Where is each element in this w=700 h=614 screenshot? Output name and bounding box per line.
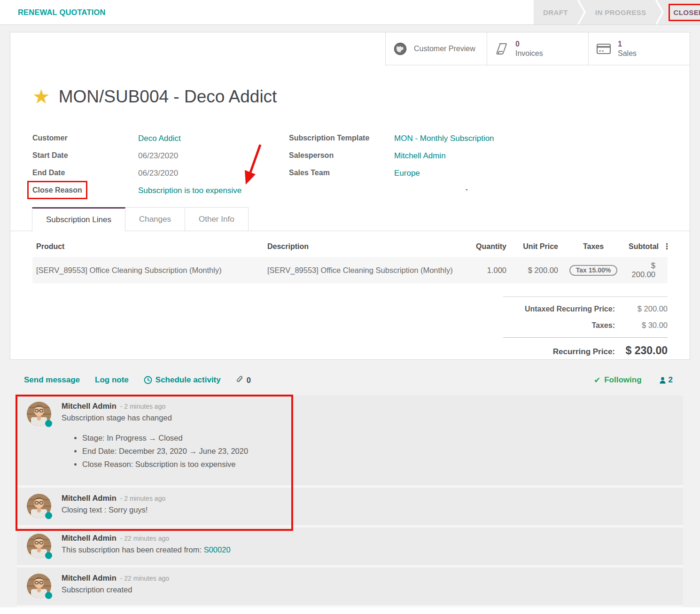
- field-customer: Customer Deco Addict: [32, 134, 289, 144]
- message-author[interactable]: Mitchell Admin: [62, 574, 117, 582]
- total-recurring-price: Recurring Price: $ 230.00: [503, 344, 668, 357]
- tab-other-info[interactable]: Other Info: [185, 207, 249, 231]
- message-thread: Mitchell Admin- 2 minutes ago Subscripti…: [17, 396, 683, 607]
- annotation-box-close-reason: Close Reason: [32, 186, 82, 194]
- cell-description: [SERV_89553] Office Cleaning Subscriptio…: [267, 266, 473, 275]
- avatar: [27, 494, 51, 518]
- cell-subtotal: $ 200.00: [629, 261, 655, 279]
- message-stage-changed: Mitchell Admin- 2 minutes ago Subscripti…: [17, 396, 683, 488]
- tracking-change: Close Reason: Subscription is too expens…: [82, 460, 674, 469]
- online-status-dot: [45, 552, 52, 559]
- online-status-dot: [45, 420, 52, 427]
- start-date-value: 06/23/2020: [138, 151, 178, 161]
- page-background: Customer Preview 0 Invoices: [0, 25, 700, 607]
- online-status-dot: [45, 592, 52, 599]
- avatar: [27, 534, 51, 558]
- invoices-button[interactable]: 0 Invoices: [487, 32, 588, 65]
- chevron-separator-icon: [577, 0, 586, 24]
- log-note-button[interactable]: Log note: [95, 375, 129, 385]
- notebook-tabs: Subscription Lines Changes Other Info: [10, 207, 690, 231]
- attachments-button[interactable]: 0: [236, 375, 251, 385]
- kebab-menu-icon[interactable]: ⋮: [659, 241, 671, 251]
- message-subscription-created: Mitchell Admin- 22 minutes ago Subscript…: [17, 567, 683, 607]
- tracking-change: Stage: In Progress → Closed: [82, 434, 674, 443]
- sales-team-link[interactable]: Europe: [394, 169, 420, 178]
- message-text: Subscription created: [62, 585, 674, 594]
- stage-in-progress[interactable]: IN PROGRESS: [586, 0, 656, 24]
- schedule-activity-button[interactable]: Schedule activity: [144, 375, 221, 385]
- statusbar: DRAFT IN PROGRESS CLOSED: [532, 0, 700, 24]
- page-title: MON/SUB004 - Deco Addict: [59, 86, 277, 108]
- message-closing-text: Mitchell Admin- 2 minutes ago Closing te…: [17, 488, 683, 528]
- send-message-button[interactable]: Send message: [24, 375, 80, 385]
- message-timestamp: - 2 minutes ago: [120, 403, 166, 410]
- avatar: [27, 574, 51, 598]
- field-end-date: End Date 06/23/2020: [32, 169, 289, 179]
- header-subtotal: Subtotal: [629, 242, 659, 251]
- annotation-box-closed: CLOSED: [673, 8, 700, 16]
- message-text: Closing text : Sorry guys!: [62, 505, 674, 514]
- following-button[interactable]: ✔ Following: [594, 375, 642, 385]
- field-salesperson: Salesperson Mitchell Admin: [289, 151, 668, 162]
- total-untaxed: Untaxed Recurring Price: $ 200.00: [503, 304, 668, 313]
- end-date-value: 06/23/2020: [138, 169, 178, 178]
- message-timestamp: - 22 minutes ago: [120, 575, 169, 582]
- header-description: Description: [267, 242, 473, 251]
- record-form: Customer Deco Addict Start Date 06/23/20…: [32, 134, 668, 203]
- field-sales-team: Sales Team Europe: [289, 169, 668, 179]
- online-status-dot: [45, 512, 52, 519]
- smart-button-row: Customer Preview 0 Invoices: [10, 32, 690, 65]
- totals-block: Untaxed Recurring Price: $ 200.00 Taxes:…: [503, 296, 668, 357]
- message-author[interactable]: Mitchell Admin: [62, 402, 117, 410]
- tracking-changes-list: Stage: In Progress → Closed End Date: De…: [82, 434, 674, 469]
- header-taxes: Taxes: [558, 242, 629, 251]
- field-start-date: Start Date 06/23/2020: [32, 151, 289, 162]
- tracking-change: End Date: December 23, 2020 → June 23, 2…: [82, 447, 674, 456]
- message-author[interactable]: Mitchell Admin: [62, 494, 117, 502]
- followers-button[interactable]: 2: [659, 375, 673, 385]
- header-quantity: Quantity: [473, 242, 506, 251]
- totals-divider: [503, 337, 668, 338]
- form-right-column: Subscription Template MON - Monthly Subs…: [289, 134, 668, 203]
- total-taxes: Taxes: $ 30.00: [503, 321, 668, 330]
- cell-product: [SERV_89553] Office Cleaning Subscriptio…: [36, 266, 267, 275]
- chatter-toolbar: Send message Log note Schedule activity …: [0, 360, 700, 387]
- clock-icon: [144, 376, 152, 384]
- field-close-reason: Close Reason Subscription is too expensi…: [32, 186, 289, 196]
- paperclip-icon: [236, 375, 244, 385]
- tab-changes[interactable]: Changes: [125, 207, 185, 231]
- breadcrumb[interactable]: RENEWAL QUOTATION: [0, 0, 532, 24]
- customer-preview-button[interactable]: Customer Preview: [385, 32, 487, 65]
- sales-button[interactable]: 1 Sales: [588, 32, 690, 65]
- tab-subscription-lines[interactable]: Subscription Lines: [32, 207, 125, 231]
- stage-draft[interactable]: DRAFT: [534, 0, 577, 24]
- tax-badge: Tax 15.00%: [569, 265, 617, 276]
- subscription-lines-table: Product Description Quantity Unit Price …: [32, 231, 668, 283]
- close-reason-link[interactable]: Subscription is too expensive: [138, 186, 241, 195]
- message-text: This subscription has been created from:…: [62, 545, 674, 554]
- customer-link[interactable]: Deco Addict: [138, 134, 181, 143]
- record-sheet: Customer Preview 0 Invoices: [10, 32, 690, 360]
- person-icon: [659, 376, 667, 384]
- table-row[interactable]: [SERV_89553] Office Cleaning Subscriptio…: [32, 257, 668, 283]
- top-navbar: RENEWAL QUOTATION DRAFT IN PROGRESS CLOS…: [0, 0, 700, 25]
- stage-closed[interactable]: CLOSED: [664, 0, 700, 24]
- avatar: [27, 402, 51, 426]
- message-text: Subscription stage has changed: [62, 413, 674, 422]
- globe-icon: [393, 42, 407, 56]
- chevron-separator-icon: [655, 0, 664, 24]
- table-header-row: Product Description Quantity Unit Price …: [32, 231, 668, 257]
- empty-field-dash: -: [466, 186, 468, 193]
- source-order-link[interactable]: S00020: [204, 545, 231, 554]
- message-timestamp: - 22 minutes ago: [120, 535, 169, 542]
- subscription-template-link[interactable]: MON - Monthly Subscription: [394, 134, 494, 143]
- message-author[interactable]: Mitchell Admin: [62, 534, 117, 542]
- record-header: ★ MON/SUB004 - Deco Addict: [32, 86, 690, 108]
- header-unit-price: Unit Price: [506, 242, 558, 251]
- favorite-star-icon[interactable]: ★: [32, 87, 50, 107]
- cell-quantity: 1.000: [473, 266, 506, 275]
- salesperson-link[interactable]: Mitchell Admin: [394, 151, 446, 161]
- check-icon: ✔: [594, 375, 600, 385]
- field-subscription-template: Subscription Template MON - Monthly Subs…: [289, 134, 668, 144]
- credit-card-icon: [596, 43, 611, 55]
